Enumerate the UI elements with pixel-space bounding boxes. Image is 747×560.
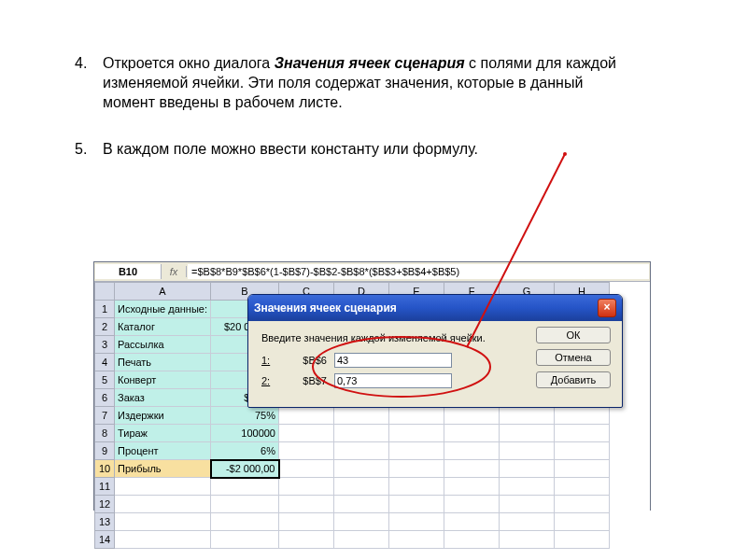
- cell-value[interactable]: 6%: [211, 442, 279, 460]
- cell-empty[interactable]: [500, 407, 555, 425]
- row-header[interactable]: 2: [95, 318, 115, 336]
- row-header[interactable]: 11: [95, 478, 115, 496]
- cell-empty[interactable]: [334, 407, 389, 425]
- cell-empty[interactable]: [334, 478, 389, 496]
- row-header[interactable]: 10: [95, 460, 115, 478]
- row-header[interactable]: 7: [95, 407, 115, 425]
- cell-empty[interactable]: [279, 425, 334, 442]
- field-value-input[interactable]: [334, 353, 452, 368]
- formula-input[interactable]: =$B$8*B9*$B$6*(1-$B$7)-$B$2-$B$8*($B$3+$…: [188, 264, 649, 279]
- header-corner[interactable]: [95, 283, 115, 301]
- row-header[interactable]: 6: [95, 389, 115, 407]
- cell-empty[interactable]: [555, 407, 610, 425]
- cell-value[interactable]: 75%: [211, 407, 279, 425]
- cell-empty[interactable]: [444, 425, 500, 442]
- cell-empty[interactable]: [500, 513, 555, 531]
- cell-empty[interactable]: [334, 531, 389, 549]
- table-row[interactable]: 12: [95, 496, 610, 513]
- cell-empty[interactable]: [444, 460, 500, 478]
- cell-empty[interactable]: [279, 442, 334, 460]
- name-box[interactable]: B10: [95, 264, 162, 279]
- cell-empty[interactable]: [389, 442, 444, 460]
- row-header[interactable]: 12: [95, 496, 115, 513]
- cell-empty[interactable]: [555, 496, 610, 513]
- table-row[interactable]: 7Издержки75%: [95, 407, 610, 425]
- table-row[interactable]: 13: [95, 513, 610, 531]
- row-header[interactable]: 1: [95, 301, 115, 318]
- cell-label[interactable]: Прибыль: [115, 460, 211, 478]
- cell-empty[interactable]: [500, 531, 555, 549]
- cell-empty[interactable]: [389, 513, 444, 531]
- cell-empty[interactable]: [500, 460, 555, 478]
- column-header-A[interactable]: A: [115, 283, 211, 301]
- add-button[interactable]: Добавить: [536, 371, 611, 388]
- cell-empty[interactable]: [389, 478, 444, 496]
- cell-label[interactable]: [115, 478, 211, 496]
- cell-value[interactable]: -$2 000,00: [211, 460, 279, 478]
- cell-label[interactable]: Процент: [115, 442, 211, 460]
- cell-empty[interactable]: [444, 496, 500, 513]
- cell-empty[interactable]: [500, 478, 555, 496]
- cell-label[interactable]: [115, 531, 211, 549]
- cell-empty[interactable]: [334, 425, 389, 442]
- cell-label[interactable]: [115, 513, 211, 531]
- row-header[interactable]: 3: [95, 336, 115, 354]
- cell-empty[interactable]: [444, 513, 500, 531]
- row-header[interactable]: 13: [95, 513, 115, 531]
- cell-empty[interactable]: [555, 425, 610, 442]
- cell-value[interactable]: [211, 531, 279, 549]
- row-header[interactable]: 8: [95, 425, 115, 442]
- cell-empty[interactable]: [500, 442, 555, 460]
- cell-value[interactable]: [211, 513, 279, 531]
- row-header[interactable]: 14: [95, 531, 115, 549]
- cell-empty[interactable]: [555, 460, 610, 478]
- cell-empty[interactable]: [444, 442, 500, 460]
- cell-label[interactable]: Печать: [115, 354, 211, 371]
- cell-label[interactable]: Рассылка: [115, 336, 211, 354]
- table-row[interactable]: 9Процент6%: [95, 442, 610, 460]
- cell-label[interactable]: Исходные данные:: [115, 301, 211, 318]
- cell-empty[interactable]: [334, 442, 389, 460]
- cell-empty[interactable]: [334, 513, 389, 531]
- table-row[interactable]: 8Тираж100000: [95, 425, 610, 442]
- cell-empty[interactable]: [279, 407, 334, 425]
- row-header[interactable]: 5: [95, 371, 115, 389]
- cell-empty[interactable]: [279, 513, 334, 531]
- cell-empty[interactable]: [334, 460, 389, 478]
- row-header[interactable]: 4: [95, 354, 115, 371]
- cell-empty[interactable]: [500, 425, 555, 442]
- cell-empty[interactable]: [389, 407, 444, 425]
- table-row[interactable]: 10Прибыль-$2 000,00: [95, 460, 610, 478]
- cell-empty[interactable]: [500, 496, 555, 513]
- cell-empty[interactable]: [555, 442, 610, 460]
- cell-label[interactable]: Заказ: [115, 389, 211, 407]
- table-row[interactable]: 11: [95, 478, 610, 496]
- cell-empty[interactable]: [279, 460, 334, 478]
- cell-label[interactable]: Каталог: [115, 318, 211, 336]
- table-row[interactable]: 14: [95, 531, 610, 549]
- cell-empty[interactable]: [444, 531, 500, 549]
- cell-empty[interactable]: [389, 531, 444, 549]
- close-icon[interactable]: ×: [598, 299, 616, 317]
- cell-label[interactable]: Издержки: [115, 407, 211, 425]
- cell-value[interactable]: 100000: [211, 425, 279, 442]
- cell-label[interactable]: Конверт: [115, 371, 211, 389]
- cell-empty[interactable]: [555, 513, 610, 531]
- ok-button[interactable]: ОК: [536, 327, 611, 343]
- cell-empty[interactable]: [555, 478, 610, 496]
- cell-value[interactable]: [211, 496, 279, 513]
- cell-empty[interactable]: [444, 478, 500, 496]
- cell-empty[interactable]: [279, 496, 334, 513]
- cell-value[interactable]: [211, 478, 279, 496]
- cell-label[interactable]: Тираж: [115, 425, 211, 442]
- field-value-input[interactable]: [334, 373, 452, 388]
- cell-empty[interactable]: [279, 531, 334, 549]
- cell-empty[interactable]: [389, 425, 444, 442]
- cancel-button[interactable]: Отмена: [536, 349, 611, 366]
- cell-empty[interactable]: [555, 531, 610, 549]
- cell-empty[interactable]: [389, 496, 444, 513]
- cell-empty[interactable]: [444, 407, 500, 425]
- fx-icon[interactable]: fx: [162, 266, 187, 277]
- cell-empty[interactable]: [334, 496, 389, 513]
- cell-label[interactable]: [115, 496, 211, 513]
